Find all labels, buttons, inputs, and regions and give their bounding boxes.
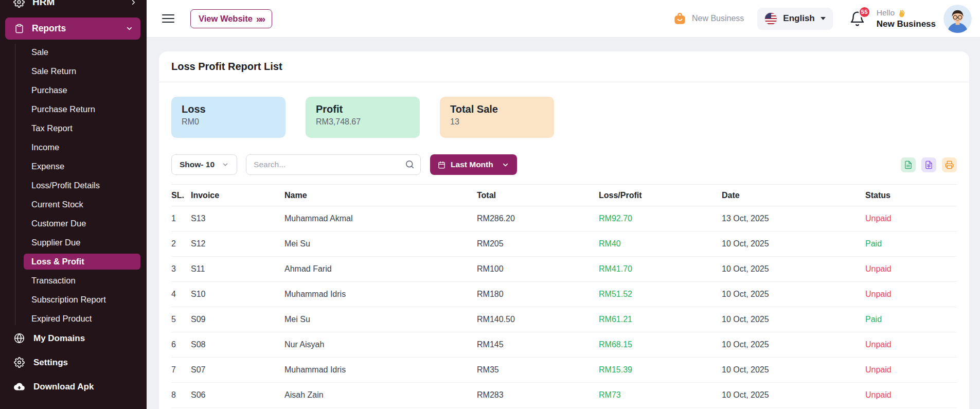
sidebar-item-sale[interactable]: Sale xyxy=(0,43,147,62)
sidebar-item-sale-return[interactable]: Sale Return xyxy=(0,62,147,81)
sidebar-item-customer-due[interactable]: Customer Due xyxy=(0,214,147,233)
sidebar-item-download-apk[interactable]: Download Apk xyxy=(0,375,147,399)
show-entries-label: Show- 10 xyxy=(180,160,215,169)
total-cell: RM180 xyxy=(477,282,599,307)
report-table: SL.InvoiceNameTotalLoss/ProfitDateStatus… xyxy=(171,184,957,408)
period-label: Last Month xyxy=(451,160,493,169)
show-entries-select[interactable]: Show- 10 xyxy=(171,154,237,175)
table-row: 8S06Aisah ZainRM283RM7310 Oct, 2025Unpai… xyxy=(171,383,957,408)
view-website-button[interactable]: View Website »» xyxy=(190,9,272,28)
sl-cell: 8 xyxy=(171,383,191,408)
loss-profit-cell: RM51.52 xyxy=(599,282,722,307)
sl-cell: 7 xyxy=(171,358,191,383)
status-cell: Unpaid xyxy=(865,282,957,307)
sidebar-item-income[interactable]: Income xyxy=(0,138,147,157)
summary-card-label: Total Sale xyxy=(450,103,544,115)
sidebar-group-reports[interactable]: Reports xyxy=(5,17,140,40)
date-cell: 10 Oct, 2025 xyxy=(722,307,865,332)
sidebar-item-purchase[interactable]: Purchase xyxy=(0,81,147,100)
summary-card-label: Profit xyxy=(316,103,409,115)
name-cell: Ahmad Farid xyxy=(284,257,477,282)
language-selector[interactable]: English xyxy=(757,8,832,30)
loss-profit-cell: RM73 xyxy=(599,383,722,408)
name-cell: Nur Aisyah xyxy=(284,332,477,358)
total-cell: RM286.20 xyxy=(477,206,599,232)
sl-cell: 2 xyxy=(171,232,191,257)
summary-card-value: RM3,748.67 xyxy=(316,117,409,127)
status-cell: Unpaid xyxy=(865,358,957,383)
summary-card-value: RM0 xyxy=(182,117,275,127)
profit-summary-card: Profit RM3,748.67 xyxy=(306,97,420,138)
caret-down-icon xyxy=(821,17,826,20)
sidebar-item-supplier-due[interactable]: Supplier Due xyxy=(0,233,147,252)
period-filter-button[interactable]: Last Month xyxy=(430,154,517,175)
table-controls: Show- 10 Last Month xyxy=(171,154,957,175)
name-cell: Muhammad Idris xyxy=(284,358,477,383)
export-csv-button[interactable] xyxy=(901,157,916,172)
name-cell: Mei Su xyxy=(284,232,477,257)
globe-icon xyxy=(14,333,25,344)
user-greeting: Hello New Business xyxy=(877,8,936,29)
sl-cell: 4 xyxy=(171,282,191,307)
sidebar-item-transaction[interactable]: Transaction xyxy=(0,271,147,290)
summary-card-value: 13 xyxy=(450,117,544,127)
avatar[interactable] xyxy=(943,5,972,33)
table-row: 3S11Ahmad FaridRM100RM41.7010 Oct, 2025U… xyxy=(171,257,957,282)
total-cell: RM145 xyxy=(477,332,599,358)
sidebar-item-expired-product[interactable]: Expired Product xyxy=(0,309,147,328)
invoice-cell: S08 xyxy=(191,332,284,358)
footer-item-label: Download Apk xyxy=(33,382,94,392)
sidebar-item-loss-profit[interactable]: Loss & Profit xyxy=(24,254,140,270)
status-cell: Paid xyxy=(865,232,957,257)
date-cell: 10 Oct, 2025 xyxy=(722,232,865,257)
sidebar-item-loss-profit-details[interactable]: Loss/Profit Details xyxy=(0,176,147,195)
gear-icon xyxy=(13,0,25,8)
sidebar-item-expense[interactable]: Expense xyxy=(0,157,147,176)
column-header-name: Name xyxy=(284,185,477,206)
notifications-button[interactable]: 55 xyxy=(849,11,865,27)
sidebar-item-settings[interactable]: Settings xyxy=(0,350,147,375)
csv-file-icon xyxy=(904,161,913,169)
table-header-row: SL.InvoiceNameTotalLoss/ProfitDateStatus xyxy=(171,185,957,206)
summary-cards: Loss RM0 Profit RM3,748.67 Total Sale 13 xyxy=(171,97,957,138)
invoice-cell: S09 xyxy=(191,307,284,332)
search-input[interactable] xyxy=(246,154,421,175)
date-cell: 10 Oct, 2025 xyxy=(722,358,865,383)
menu-icon[interactable] xyxy=(162,12,174,25)
loss-profit-cell: RM41.70 xyxy=(599,257,722,282)
sl-cell: 6 xyxy=(171,332,191,358)
invoice-cell: S07 xyxy=(191,358,284,383)
name-cell: Muhammad Akmal xyxy=(284,206,477,232)
sl-cell: 1 xyxy=(171,206,191,232)
name-cell: Mei Su xyxy=(284,307,477,332)
column-header-sl: SL. xyxy=(171,185,191,206)
export-excel-button[interactable] xyxy=(921,157,936,172)
total-cell: RM35 xyxy=(477,358,599,383)
sidebar-item-tax-report[interactable]: Tax Report xyxy=(0,119,147,138)
table-row: 2S12Mei SuRM205RM4010 Oct, 2025Paid xyxy=(171,232,957,257)
print-button[interactable] xyxy=(942,157,957,172)
panel-header: Loss Profit Report List xyxy=(159,51,969,82)
loss-profit-cell: RM68.15 xyxy=(599,332,722,358)
table-row: 7S07Muhammad IdrisRM35RM15.3910 Oct, 202… xyxy=(171,358,957,383)
topbar: View Website »» New Business English 55 … xyxy=(147,0,980,38)
name-cell: Aisah Zain xyxy=(284,383,477,408)
new-business-label: New Business xyxy=(692,14,744,23)
language-label: English xyxy=(783,13,814,24)
new-business-link[interactable]: New Business xyxy=(673,12,744,26)
table-body: 1S13Muhammad AkmalRM286.20RM92.7013 Oct,… xyxy=(171,206,957,408)
total-cell: RM100 xyxy=(477,257,599,282)
sidebar-item-current-stock[interactable]: Current Stock xyxy=(0,195,147,214)
loss-profit-cell: RM61.21 xyxy=(599,307,722,332)
page-title: Loss Profit Report List xyxy=(171,61,282,73)
date-cell: 10 Oct, 2025 xyxy=(722,383,865,408)
sidebar-item-my-domains[interactable]: My Domains xyxy=(0,326,147,350)
sidebar-item-subscription-report[interactable]: Subscription Report xyxy=(0,290,147,309)
sidebar-item-purchase-return[interactable]: Purchase Return xyxy=(0,100,147,119)
date-cell: 13 Oct, 2025 xyxy=(722,206,865,232)
report-panel: Loss Profit Report List Loss RM0 Profit … xyxy=(159,51,969,409)
column-header-loss-profit: Loss/Profit xyxy=(599,185,722,206)
table-row: 4S10Muhammad IdrisRM180RM51.5210 Oct, 20… xyxy=(171,282,957,307)
sidebar-item-hrm[interactable]: HRM xyxy=(0,0,147,12)
status-cell: Unpaid xyxy=(865,257,957,282)
